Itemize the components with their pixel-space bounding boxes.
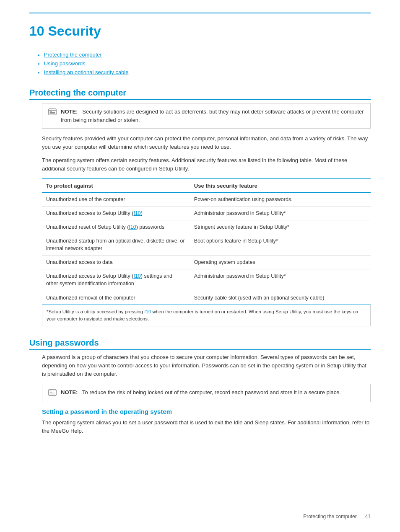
protecting-note-label: NOTE: (61, 108, 78, 115)
table-f10-link[interactable]: f10 (133, 273, 140, 279)
protecting-note-box: NOTE: Security solutions are designed to… (42, 103, 371, 129)
table-header-feature: Use this security feature (190, 179, 371, 193)
table-cell-threat: Unauthorized access to Setup Utility (f1… (42, 206, 190, 220)
protecting-note-text: NOTE: Security solutions are designed to… (61, 108, 364, 124)
table-cell-feature: Operating system updates (190, 256, 371, 269)
table-cell-threat: Unauthorized removal of the computer (42, 291, 190, 305)
table-cell-feature: Power-on authentication using passwords. (190, 192, 371, 206)
table-cell-feature: Security cable slot (used with an option… (190, 291, 371, 305)
passwords-section-title: Using passwords (29, 338, 371, 350)
table-f10-link[interactable]: f10 (129, 224, 136, 230)
table-cell-feature: Stringent security feature in Setup Util… (190, 220, 371, 234)
passwords-para: A password is a group of characters that… (42, 353, 371, 378)
table-cell-threat: Unauthorized access to Setup Utility (f1… (42, 269, 190, 291)
table-row: Unauthorized reset of Setup Utility (f10… (42, 220, 371, 234)
table-row: Unauthorized use of the computerPower-on… (42, 192, 371, 206)
page-footer: Protecting the computer 41 (303, 514, 371, 519)
svg-rect-0 (49, 109, 56, 115)
footnote-link-f10[interactable]: f10 (144, 309, 151, 314)
passwords-content: A password is a group of characters that… (42, 353, 371, 435)
top-rule (29, 13, 371, 13)
passwords-note-label: NOTE: (61, 389, 78, 395)
table-row: Unauthorized removal of the computerSecu… (42, 291, 371, 305)
note-icon (48, 108, 57, 117)
table-footnote: *Setup Utility is a utility accessed by … (42, 305, 371, 327)
table-cell-threat: Unauthorized startup from an optical dri… (42, 234, 190, 255)
footer-section-label: Protecting the computer (303, 514, 356, 519)
table-cell-feature: Boot options feature in Setup Utility* (190, 234, 371, 255)
protecting-section-title: Protecting the computer (29, 88, 371, 100)
table-cell-threat: Unauthorized reset of Setup Utility (f10… (42, 220, 190, 234)
table-row: Unauthorized access to dataOperating sys… (42, 256, 371, 269)
table-cell-feature: Administrator password in Setup Utility* (190, 206, 371, 220)
table-cell-feature: Administrator password in Setup Utility* (190, 269, 371, 291)
table-header-row: To protect against Use this security fea… (42, 179, 371, 193)
table-f10-link[interactable]: f10 (133, 210, 140, 216)
subsection-para: The operating system allows you to set a… (42, 418, 371, 435)
passwords-note-box: NOTE: To reduce the risk of being locked… (42, 384, 371, 402)
subsection-title: Setting a password in the operating syst… (42, 408, 371, 415)
table-row: Unauthorized access to Setup Utility (f1… (42, 206, 371, 220)
protecting-para-1: Security features provided with your com… (42, 134, 371, 151)
passwords-note-body: To reduce the risk of being locked out o… (82, 389, 341, 395)
passwords-note-text: NOTE: To reduce the risk of being locked… (61, 388, 341, 397)
toc-link-protecting[interactable]: Protecting the computer (44, 52, 102, 58)
table-footnote-text: *Setup Utility is a utility accessed by … (47, 309, 358, 321)
table-cell-threat: Unauthorized access to data (42, 256, 190, 269)
svg-rect-6 (49, 389, 56, 395)
page-container: 10 Security Protecting the computer Usin… (0, 0, 400, 532)
protecting-note-body: Security solutions are designed to act a… (61, 108, 364, 123)
table-header-threat: To protect against (42, 179, 190, 193)
toc-item-2: Using passwords (38, 60, 371, 67)
chapter-title: 10 Security (29, 23, 371, 39)
passwords-section: Using passwords A password is a group of… (29, 338, 371, 435)
toc-item-1: Protecting the computer (38, 52, 371, 58)
setting-password-subsection: Setting a password in the operating syst… (42, 408, 371, 435)
toc-item-3: Installing an optional security cable (38, 69, 371, 75)
protecting-para-2: The operating system offers certain secu… (42, 156, 371, 173)
table-row: Unauthorized startup from an optical dri… (42, 234, 371, 255)
protecting-section: Protecting the computer NOTE: S (29, 88, 371, 326)
table-row: Unauthorized access to Setup Utility (f1… (42, 269, 371, 291)
footer-page-number: 41 (365, 514, 371, 519)
security-table: To protect against Use this security fea… (42, 178, 371, 305)
passwords-note-icon (48, 389, 57, 398)
protecting-content: NOTE: Security solutions are designed to… (42, 103, 371, 326)
toc-link-cable[interactable]: Installing an optional security cable (44, 69, 129, 75)
toc-link-passwords[interactable]: Using passwords (44, 60, 86, 67)
table-cell-threat: Unauthorized use of the computer (42, 192, 190, 206)
toc-list: Protecting the computer Using passwords … (29, 52, 371, 75)
